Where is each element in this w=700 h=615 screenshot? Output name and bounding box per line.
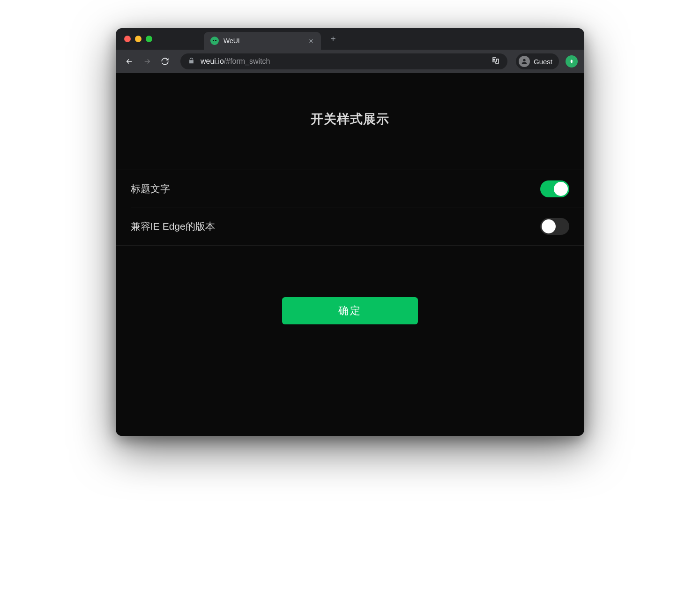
translate-button[interactable] <box>491 56 500 67</box>
switch-label: 标题文字 <box>131 182 170 195</box>
page-content: 开关样式展示 标题文字 兼容IE Edge的版本 确定 <box>116 73 584 436</box>
back-button[interactable] <box>122 54 136 68</box>
avatar-icon <box>519 56 530 67</box>
new-tab-button[interactable]: + <box>325 31 342 47</box>
switch-knob <box>542 219 556 233</box>
arrow-right-icon <box>143 57 151 66</box>
switch-row-ie-edge: 兼容IE Edge的版本 <box>116 208 584 245</box>
forward-button[interactable] <box>140 54 154 68</box>
tab-bar: WeUI × + <box>116 28 584 50</box>
switch-list: 标题文字 兼容IE Edge的版本 <box>116 170 584 246</box>
arrow-up-icon <box>569 59 574 64</box>
page-title: 开关样式展示 <box>116 73 584 170</box>
button-area: 确定 <box>116 246 584 376</box>
address-bar[interactable]: weui.io/#form_switch <box>180 53 507 69</box>
url-text: weui.io/#form_switch <box>201 57 270 66</box>
wechat-favicon-icon <box>210 37 219 45</box>
maximize-window-button[interactable] <box>146 36 152 42</box>
window-controls <box>124 36 152 42</box>
extension-button[interactable] <box>566 55 578 68</box>
close-window-button[interactable] <box>124 36 131 42</box>
lock-icon <box>188 57 195 66</box>
switch-toggle-title-text[interactable] <box>540 180 569 197</box>
tab-title: WeUI <box>223 37 303 45</box>
switch-label: 兼容IE Edge的版本 <box>131 220 215 233</box>
switch-toggle-ie-edge[interactable] <box>540 218 569 235</box>
url-host: weui.io <box>201 57 224 66</box>
switch-knob <box>554 182 568 196</box>
arrow-left-icon <box>125 57 134 66</box>
browser-toolbar: weui.io/#form_switch Guest <box>116 50 584 73</box>
profile-chip[interactable]: Guest <box>516 53 559 69</box>
reload-icon <box>161 57 169 66</box>
minimize-window-button[interactable] <box>135 36 141 42</box>
profile-name: Guest <box>534 58 552 66</box>
close-tab-button[interactable]: × <box>308 36 314 46</box>
switch-row-title-text: 标题文字 <box>116 170 584 208</box>
browser-tab[interactable]: WeUI × <box>204 32 321 50</box>
reload-button[interactable] <box>158 54 172 68</box>
translate-icon <box>491 56 500 65</box>
browser-window: WeUI × + weui.io/#form_switch <box>116 28 584 436</box>
url-path: /#form_switch <box>224 57 270 66</box>
submit-button[interactable]: 确定 <box>282 297 418 324</box>
svg-point-0 <box>523 59 525 61</box>
